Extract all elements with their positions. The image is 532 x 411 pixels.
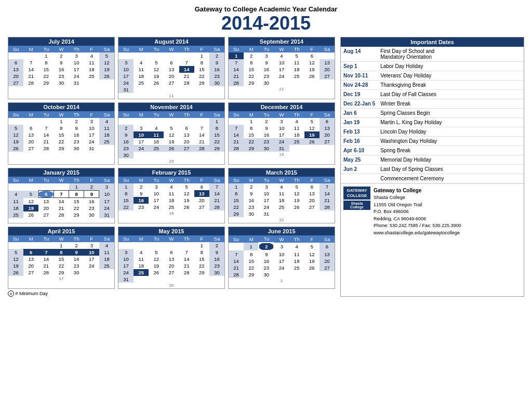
cal-day <box>164 52 179 59</box>
cal-day: 16 <box>118 138 134 145</box>
school-info: GATEWAYCOLLEGE Shasta College Gateway to… <box>341 183 524 239</box>
month-header: June 2015 <box>229 227 335 235</box>
cal-day: 11 <box>274 190 289 197</box>
cal-day: 19 <box>164 138 179 145</box>
cal-day: 12 <box>304 125 320 131</box>
cal-day: 15 <box>244 258 259 264</box>
date-desc: Labor Day Holiday <box>378 62 524 71</box>
day-header: W <box>274 177 289 183</box>
cal-day: 17 <box>99 198 114 205</box>
footnote-text: # Minimum Day <box>16 291 48 296</box>
cal-day: 19 <box>304 131 320 138</box>
day-header: M <box>134 177 149 183</box>
cal-day: 27 <box>194 204 209 210</box>
date-label: Jan 19 <box>341 118 378 127</box>
cal-day: 30 <box>209 269 224 276</box>
cal-day: 12 <box>8 256 23 262</box>
day-header: Tu <box>38 177 54 183</box>
week-row: 17181920212223 <box>118 262 224 269</box>
cal-day: 4 <box>289 118 304 125</box>
cal-day: 15 <box>194 66 209 73</box>
day-header: Sa <box>320 235 335 243</box>
footnote: # # Minimum Day <box>8 290 335 297</box>
day-header: M <box>23 46 38 52</box>
cal-day: 5 <box>289 52 304 59</box>
day-header: Sa <box>209 235 224 242</box>
cal-day: 3 <box>69 52 84 59</box>
cal-day <box>84 79 99 86</box>
cal-day: 2 <box>244 52 259 59</box>
cal-day: 27 <box>320 138 335 145</box>
week-row: 3456789 <box>118 59 224 66</box>
cal-day: 15 <box>118 197 134 204</box>
cal-day: 5 <box>304 118 320 125</box>
week-row: 2627282930 <box>8 269 114 276</box>
cal-day: 2 <box>69 242 84 249</box>
cal-day: 8 <box>244 250 259 258</box>
date-desc: Memorial Day Holiday <box>378 155 524 165</box>
week-num-row: 20 <box>118 283 224 288</box>
week-num-row: 22 <box>229 217 335 223</box>
cal-day <box>320 145 335 152</box>
day-header: Su <box>118 111 134 118</box>
cal-day: 9 <box>209 59 224 66</box>
cal-day: 15 <box>229 197 244 204</box>
school-phone: Phone: 530.242.7585 / Fax: 530.225.3900 <box>374 222 461 230</box>
month-header: January 2015 <box>8 168 114 177</box>
cal-day: 5 <box>23 191 38 198</box>
day-header: Tu <box>38 111 54 118</box>
cal-day: 22 <box>229 204 244 210</box>
cal-day: 5 <box>164 125 179 131</box>
cal-day: 13 <box>23 256 38 262</box>
date-desc: Washington Day Holiday <box>378 137 524 146</box>
cal-day: 13 <box>164 256 179 262</box>
cal-day <box>118 118 134 125</box>
cal-day: 3 <box>84 242 99 249</box>
cal-day: 23 <box>209 262 224 269</box>
dates-row: Dec 19Last Day of Fall Classes <box>341 90 524 99</box>
cal-day: 30 <box>84 211 99 218</box>
cal-day: 23 <box>69 262 84 269</box>
cal-day: 17 <box>149 197 164 204</box>
cal-day <box>38 183 54 191</box>
month-calendar: June 2015SuMTuWThFSa12345678910111213141… <box>228 227 335 289</box>
day-header: Sa <box>99 177 114 183</box>
cal-day: 8 <box>229 190 244 197</box>
dates-row: Aug 14First Day of School and Mandatory … <box>341 47 524 62</box>
week-row: 14151617181920 <box>229 258 335 264</box>
cal-day: 25 <box>99 262 114 269</box>
cal-day: 7 <box>229 59 244 66</box>
day-header: Sa <box>99 235 114 242</box>
cal-day: 23 <box>69 138 84 145</box>
date-desc: Spring Break <box>378 146 524 155</box>
cal-day: 19 <box>99 66 114 73</box>
day-header: Th <box>289 111 304 118</box>
day-header: Sa <box>320 111 335 118</box>
cal-day: 10 <box>274 59 289 66</box>
cal-day: 15 <box>194 256 209 262</box>
cal-day: 22 <box>69 205 84 211</box>
week-num: 2 <box>229 278 335 284</box>
cal-day: 14 <box>229 258 244 264</box>
day-header: Th <box>289 177 304 183</box>
cal-day: 22 <box>194 73 209 79</box>
cal-day: 22 <box>209 138 224 145</box>
cal-table: SuMTuWThFSa12345678910111213141516171819… <box>8 111 114 152</box>
cal-day: 13 <box>179 131 194 138</box>
week-row: 6789101112 <box>8 59 114 66</box>
week-row: 12131415161718 <box>8 256 114 262</box>
date-desc: Commencement Ceremony <box>378 174 524 183</box>
cal-day: 31 <box>69 79 84 86</box>
week-row: 262728293031 <box>8 145 114 152</box>
cal-day: 4 <box>164 183 179 190</box>
date-label: Feb 16 <box>341 137 378 146</box>
cal-day: 13 <box>194 190 209 197</box>
week-row: 12 <box>118 52 224 59</box>
cal-day: 6 <box>23 125 38 131</box>
week-row: 78910111213 <box>229 250 335 258</box>
cal-day: 12 <box>8 131 23 138</box>
cal-day <box>274 271 289 278</box>
cal-day: 27 <box>164 79 179 86</box>
day-header: Tu <box>259 177 274 183</box>
cal-day: 25 <box>99 138 114 145</box>
